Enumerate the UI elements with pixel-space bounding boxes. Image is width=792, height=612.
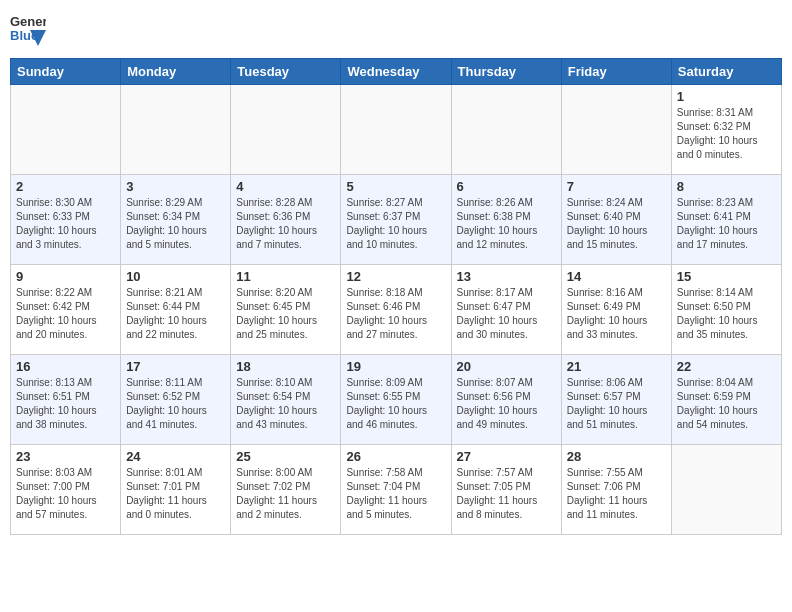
day-number: 17 xyxy=(126,359,225,374)
day-info: Sunrise: 8:30 AM Sunset: 6:33 PM Dayligh… xyxy=(16,196,115,252)
day-info: Sunrise: 8:27 AM Sunset: 6:37 PM Dayligh… xyxy=(346,196,445,252)
calendar-cell: 5Sunrise: 8:27 AM Sunset: 6:37 PM Daylig… xyxy=(341,175,451,265)
day-info: Sunrise: 8:21 AM Sunset: 6:44 PM Dayligh… xyxy=(126,286,225,342)
day-number: 23 xyxy=(16,449,115,464)
calendar-cell: 8Sunrise: 8:23 AM Sunset: 6:41 PM Daylig… xyxy=(671,175,781,265)
day-number: 5 xyxy=(346,179,445,194)
calendar-cell: 17Sunrise: 8:11 AM Sunset: 6:52 PM Dayli… xyxy=(121,355,231,445)
logo-icon: General Blue xyxy=(10,10,46,50)
calendar-week-row: 9Sunrise: 8:22 AM Sunset: 6:42 PM Daylig… xyxy=(11,265,782,355)
calendar-cell: 13Sunrise: 8:17 AM Sunset: 6:47 PM Dayli… xyxy=(451,265,561,355)
day-info: Sunrise: 7:57 AM Sunset: 7:05 PM Dayligh… xyxy=(457,466,556,522)
calendar-cell: 14Sunrise: 8:16 AM Sunset: 6:49 PM Dayli… xyxy=(561,265,671,355)
day-info: Sunrise: 8:06 AM Sunset: 6:57 PM Dayligh… xyxy=(567,376,666,432)
calendar-cell: 22Sunrise: 8:04 AM Sunset: 6:59 PM Dayli… xyxy=(671,355,781,445)
day-number: 10 xyxy=(126,269,225,284)
calendar-cell: 11Sunrise: 8:20 AM Sunset: 6:45 PM Dayli… xyxy=(231,265,341,355)
day-info: Sunrise: 8:16 AM Sunset: 6:49 PM Dayligh… xyxy=(567,286,666,342)
calendar-cell: 23Sunrise: 8:03 AM Sunset: 7:00 PM Dayli… xyxy=(11,445,121,535)
day-info: Sunrise: 8:29 AM Sunset: 6:34 PM Dayligh… xyxy=(126,196,225,252)
day-number: 7 xyxy=(567,179,666,194)
day-number: 26 xyxy=(346,449,445,464)
day-info: Sunrise: 8:17 AM Sunset: 6:47 PM Dayligh… xyxy=(457,286,556,342)
calendar-cell xyxy=(451,85,561,175)
svg-text:General: General xyxy=(10,14,46,29)
calendar-cell: 6Sunrise: 8:26 AM Sunset: 6:38 PM Daylig… xyxy=(451,175,561,265)
day-of-week-header: Sunday xyxy=(11,59,121,85)
calendar-cell: 26Sunrise: 7:58 AM Sunset: 7:04 PM Dayli… xyxy=(341,445,451,535)
day-info: Sunrise: 7:58 AM Sunset: 7:04 PM Dayligh… xyxy=(346,466,445,522)
calendar-cell: 25Sunrise: 8:00 AM Sunset: 7:02 PM Dayli… xyxy=(231,445,341,535)
day-of-week-header: Wednesday xyxy=(341,59,451,85)
day-number: 16 xyxy=(16,359,115,374)
day-info: Sunrise: 8:26 AM Sunset: 6:38 PM Dayligh… xyxy=(457,196,556,252)
calendar-cell xyxy=(341,85,451,175)
calendar-cell: 27Sunrise: 7:57 AM Sunset: 7:05 PM Dayli… xyxy=(451,445,561,535)
calendar-cell: 20Sunrise: 8:07 AM Sunset: 6:56 PM Dayli… xyxy=(451,355,561,445)
day-number: 15 xyxy=(677,269,776,284)
logo: General Blue xyxy=(10,10,46,50)
day-info: Sunrise: 8:13 AM Sunset: 6:51 PM Dayligh… xyxy=(16,376,115,432)
day-info: Sunrise: 8:01 AM Sunset: 7:01 PM Dayligh… xyxy=(126,466,225,522)
day-number: 6 xyxy=(457,179,556,194)
calendar-cell: 19Sunrise: 8:09 AM Sunset: 6:55 PM Dayli… xyxy=(341,355,451,445)
day-info: Sunrise: 8:07 AM Sunset: 6:56 PM Dayligh… xyxy=(457,376,556,432)
calendar-cell: 21Sunrise: 8:06 AM Sunset: 6:57 PM Dayli… xyxy=(561,355,671,445)
calendar-cell xyxy=(231,85,341,175)
calendar-week-row: 2Sunrise: 8:30 AM Sunset: 6:33 PM Daylig… xyxy=(11,175,782,265)
day-number: 25 xyxy=(236,449,335,464)
day-of-week-header: Tuesday xyxy=(231,59,341,85)
day-number: 13 xyxy=(457,269,556,284)
calendar-header-row: SundayMondayTuesdayWednesdayThursdayFrid… xyxy=(11,59,782,85)
page-header: General Blue xyxy=(10,10,782,50)
day-number: 28 xyxy=(567,449,666,464)
day-number: 4 xyxy=(236,179,335,194)
day-info: Sunrise: 7:55 AM Sunset: 7:06 PM Dayligh… xyxy=(567,466,666,522)
day-info: Sunrise: 8:00 AM Sunset: 7:02 PM Dayligh… xyxy=(236,466,335,522)
day-of-week-header: Friday xyxy=(561,59,671,85)
svg-text:Blue: Blue xyxy=(10,28,38,43)
calendar-week-row: 16Sunrise: 8:13 AM Sunset: 6:51 PM Dayli… xyxy=(11,355,782,445)
calendar-week-row: 1Sunrise: 8:31 AM Sunset: 6:32 PM Daylig… xyxy=(11,85,782,175)
day-number: 2 xyxy=(16,179,115,194)
day-number: 11 xyxy=(236,269,335,284)
calendar-week-row: 23Sunrise: 8:03 AM Sunset: 7:00 PM Dayli… xyxy=(11,445,782,535)
day-of-week-header: Monday xyxy=(121,59,231,85)
calendar-cell: 2Sunrise: 8:30 AM Sunset: 6:33 PM Daylig… xyxy=(11,175,121,265)
day-number: 20 xyxy=(457,359,556,374)
calendar-cell: 4Sunrise: 8:28 AM Sunset: 6:36 PM Daylig… xyxy=(231,175,341,265)
calendar-table: SundayMondayTuesdayWednesdayThursdayFrid… xyxy=(10,58,782,535)
day-info: Sunrise: 8:20 AM Sunset: 6:45 PM Dayligh… xyxy=(236,286,335,342)
day-number: 18 xyxy=(236,359,335,374)
day-info: Sunrise: 8:23 AM Sunset: 6:41 PM Dayligh… xyxy=(677,196,776,252)
calendar-cell: 10Sunrise: 8:21 AM Sunset: 6:44 PM Dayli… xyxy=(121,265,231,355)
day-info: Sunrise: 8:03 AM Sunset: 7:00 PM Dayligh… xyxy=(16,466,115,522)
day-number: 12 xyxy=(346,269,445,284)
calendar-cell: 16Sunrise: 8:13 AM Sunset: 6:51 PM Dayli… xyxy=(11,355,121,445)
calendar-cell: 7Sunrise: 8:24 AM Sunset: 6:40 PM Daylig… xyxy=(561,175,671,265)
day-number: 21 xyxy=(567,359,666,374)
day-number: 1 xyxy=(677,89,776,104)
calendar-cell xyxy=(121,85,231,175)
day-number: 22 xyxy=(677,359,776,374)
calendar-cell xyxy=(561,85,671,175)
calendar-cell: 24Sunrise: 8:01 AM Sunset: 7:01 PM Dayli… xyxy=(121,445,231,535)
day-number: 27 xyxy=(457,449,556,464)
day-info: Sunrise: 8:18 AM Sunset: 6:46 PM Dayligh… xyxy=(346,286,445,342)
day-number: 8 xyxy=(677,179,776,194)
day-number: 9 xyxy=(16,269,115,284)
calendar-cell xyxy=(11,85,121,175)
day-info: Sunrise: 8:31 AM Sunset: 6:32 PM Dayligh… xyxy=(677,106,776,162)
day-number: 24 xyxy=(126,449,225,464)
calendar-cell: 12Sunrise: 8:18 AM Sunset: 6:46 PM Dayli… xyxy=(341,265,451,355)
day-info: Sunrise: 8:10 AM Sunset: 6:54 PM Dayligh… xyxy=(236,376,335,432)
day-number: 19 xyxy=(346,359,445,374)
day-info: Sunrise: 8:14 AM Sunset: 6:50 PM Dayligh… xyxy=(677,286,776,342)
day-of-week-header: Thursday xyxy=(451,59,561,85)
calendar-cell: 3Sunrise: 8:29 AM Sunset: 6:34 PM Daylig… xyxy=(121,175,231,265)
day-info: Sunrise: 8:04 AM Sunset: 6:59 PM Dayligh… xyxy=(677,376,776,432)
day-number: 3 xyxy=(126,179,225,194)
day-info: Sunrise: 8:22 AM Sunset: 6:42 PM Dayligh… xyxy=(16,286,115,342)
day-info: Sunrise: 8:09 AM Sunset: 6:55 PM Dayligh… xyxy=(346,376,445,432)
day-of-week-header: Saturday xyxy=(671,59,781,85)
